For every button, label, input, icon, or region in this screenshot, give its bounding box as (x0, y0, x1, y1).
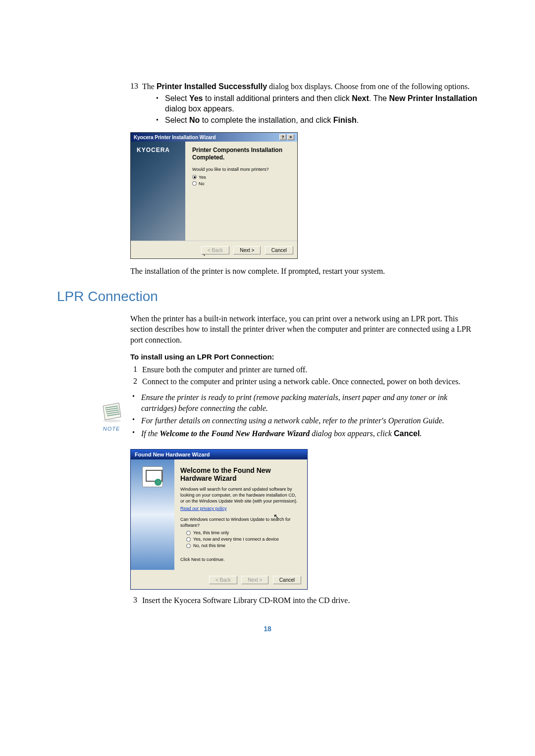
page-number: 18 (57, 625, 478, 633)
wizard-sidebar (131, 459, 174, 570)
note-bullet-1: • Ensure the printer is ready to print (… (132, 392, 478, 413)
kyocera-logo: KYOCERA (131, 142, 185, 153)
note-bullet-2: • For further details on connecting usin… (132, 415, 478, 426)
dialog-question: Can Windows connect to Windows Update to… (180, 517, 299, 528)
step-13: 13 The Printer Installed Successfully di… (130, 82, 478, 127)
dialog-title: Found New Hardware Wizard (131, 450, 307, 459)
step-3: 3 Insert the Kyocera Software Library CD… (130, 596, 478, 606)
bullet-yes: • Select Yes to install additional print… (156, 94, 478, 114)
privacy-link[interactable]: Read our privacy policy (180, 506, 227, 511)
step-1: 1 Ensure both the computer and printer a… (130, 365, 478, 375)
step-2: 2 Connect to the computer and printer us… (130, 377, 478, 387)
notepad-icon (100, 402, 123, 423)
completion-text: The installation of the printer is now c… (130, 266, 478, 277)
dialog-heading: Printer Components Installation Complete… (192, 147, 290, 161)
back-button: < Back (209, 576, 237, 584)
dialog-heading: Welcome to the Found New Hardware Wizard (180, 466, 299, 483)
hardware-icon (142, 466, 163, 487)
dialog-titlebar: Kyocera Printer Installation Wizard ? × (131, 133, 297, 142)
dialog-para: Windows will search for current and upda… (180, 487, 299, 504)
found-hardware-dialog: Found New Hardware Wizard Welcome to the… (130, 449, 308, 590)
radio-icon (186, 531, 191, 535)
note-label: NOTE (97, 426, 126, 432)
radio-icon (186, 544, 191, 548)
kyocera-wizard-dialog: Kyocera Printer Installation Wizard ? × … (130, 132, 298, 259)
radio-yes[interactable]: Yes (192, 175, 290, 180)
dialog-question: Would you like to install more printers? (192, 167, 290, 172)
close-icon[interactable]: × (287, 134, 294, 140)
dialog-title: Kyocera Printer Installation Wizard (134, 135, 216, 140)
section-title: LPR Connection (57, 289, 478, 304)
lpr-intro: When the printer has a built-in network … (130, 313, 478, 346)
subheading: To install using an LPR Port Connection: (130, 353, 478, 361)
svg-point-5 (103, 419, 121, 422)
step-text: The Printer Installed Successfully dialo… (142, 82, 478, 127)
wizard-sidebar: KYOCERA Installation (131, 142, 185, 241)
radio-icon (192, 181, 197, 186)
note-icon-wrap: NOTE (97, 392, 126, 432)
radio-yes-always[interactable]: Yes, now and every time I connect a devi… (186, 537, 299, 542)
help-icon[interactable]: ? (279, 134, 286, 140)
continue-text: Click Next to continue. (180, 557, 299, 563)
back-button: < Back (201, 246, 229, 254)
radio-icon (186, 537, 191, 542)
cursor-icon: ↖ (273, 512, 279, 521)
note-bullet-3: • If the Welcome to the Found New Hardwa… (132, 428, 478, 439)
radio-no[interactable]: No, not this time (186, 543, 299, 548)
next-button[interactable]: Next > (233, 246, 261, 254)
bullet-no: • Select No to complete the installation… (156, 115, 478, 126)
step-number: 13 (130, 82, 142, 127)
cancel-button[interactable]: Cancel (265, 246, 293, 254)
radio-no[interactable]: No (192, 181, 290, 186)
cancel-button[interactable]: Cancel (273, 576, 301, 584)
next-button: Next > (241, 576, 268, 584)
radio-icon (192, 175, 197, 179)
radio-yes-once[interactable]: Yes, this time only (186, 530, 299, 535)
